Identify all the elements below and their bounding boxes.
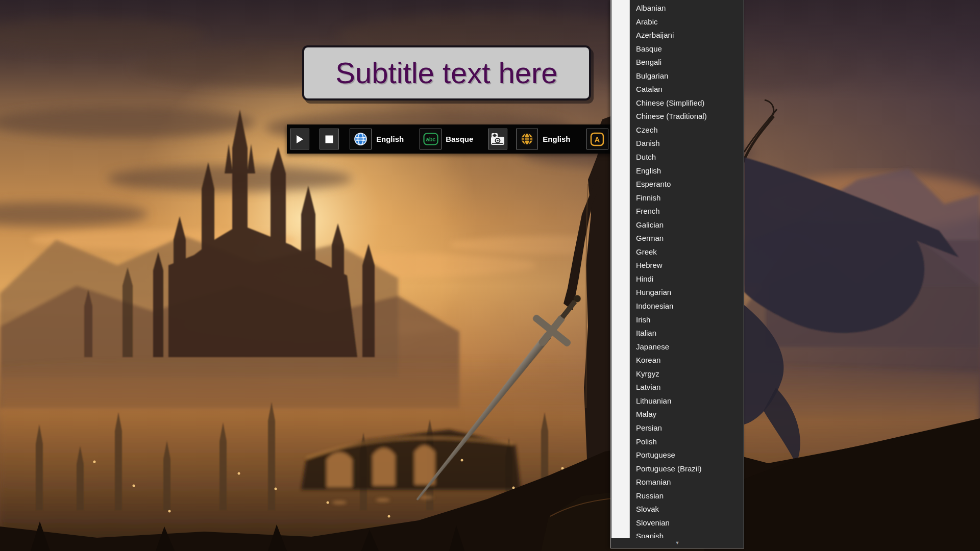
language-menu-item[interactable]: Catalan xyxy=(611,83,743,96)
play-button[interactable] xyxy=(290,129,309,149)
language-menu-item[interactable]: Chinese (Simplified) xyxy=(611,96,743,110)
language-menu-item[interactable]: Galician xyxy=(611,218,743,232)
language-menu-item[interactable]: Lithuanian xyxy=(611,394,743,408)
menu-scroll-down-button[interactable]: ▼ xyxy=(611,538,743,547)
language-menu-item[interactable]: Hungarian xyxy=(611,286,743,299)
language-menu-item[interactable]: Bengali xyxy=(611,56,743,69)
target-language-label: English xyxy=(543,135,570,143)
target-language-button[interactable] xyxy=(516,129,538,149)
language-menu-item[interactable]: English xyxy=(611,164,743,178)
translate-a-icon: A xyxy=(590,132,604,146)
language-menu-item[interactable]: Hebrew xyxy=(611,259,743,272)
language-menu: AlbanianArabicAzerbaijaniBasqueBengaliBu… xyxy=(610,0,744,548)
language-menu-item[interactable]: Persian xyxy=(611,421,743,435)
language-menu-list: AlbanianArabicAzerbaijaniBasqueBengaliBu… xyxy=(611,0,743,539)
language-menu-item[interactable]: Latvian xyxy=(611,381,743,394)
svg-text:abc: abc xyxy=(426,136,435,142)
language-menu-item[interactable]: Slovak xyxy=(611,503,743,516)
subtitle-overlay[interactable]: Subtitle text here xyxy=(302,45,591,101)
language-menu-item[interactable]: Chinese (Traditional) xyxy=(611,110,743,123)
toolbar: English abc Basque xyxy=(287,124,620,154)
language-menu-item[interactable]: Albanian xyxy=(611,2,743,15)
subtitle-language-button[interactable]: abc xyxy=(420,129,442,149)
translate-button[interactable]: A xyxy=(586,129,608,149)
language-menu-item[interactable]: Portuguese xyxy=(611,448,743,462)
language-menu-item[interactable]: Slovenian xyxy=(611,516,743,530)
scroll-down-icon: ▼ xyxy=(675,540,680,545)
language-menu-item[interactable]: Portuguese (Brazil) xyxy=(611,462,743,476)
language-menu-item[interactable]: Greek xyxy=(611,245,743,259)
language-menu-item[interactable]: Italian xyxy=(611,327,743,340)
language-menu-item[interactable]: Polish xyxy=(611,435,743,449)
language-menu-item[interactable]: Esperanto xyxy=(611,178,743,191)
subtitle-language-label: Basque xyxy=(446,135,473,143)
snapshot-button[interactable] xyxy=(488,129,507,149)
language-menu-item[interactable]: Finnish xyxy=(611,191,743,205)
language-menu-item[interactable]: Hindi xyxy=(611,272,743,286)
language-menu-item[interactable]: Kyrgyz xyxy=(611,367,743,381)
source-language-button[interactable] xyxy=(350,129,372,149)
language-menu-item[interactable]: Dutch xyxy=(611,151,743,164)
camera-icon xyxy=(490,132,505,146)
language-menu-item[interactable]: Korean xyxy=(611,354,743,367)
language-menu-item[interactable]: Danish xyxy=(611,137,743,151)
language-menu-item[interactable]: Japanese xyxy=(611,340,743,354)
play-icon xyxy=(296,135,304,144)
stop-icon xyxy=(325,135,333,143)
language-menu-item[interactable]: Romanian xyxy=(611,475,743,489)
globe-blue-icon xyxy=(354,132,368,146)
abc-badge-icon: abc xyxy=(423,132,439,146)
subtitle-text: Subtitle text here xyxy=(335,58,557,88)
stop-button[interactable] xyxy=(320,129,339,149)
language-menu-item[interactable]: German xyxy=(611,232,743,245)
source-language-label: English xyxy=(376,135,404,143)
language-menu-item[interactable]: Indonesian xyxy=(611,299,743,313)
language-menu-item[interactable]: Czech xyxy=(611,123,743,137)
language-menu-item[interactable]: Bulgarian xyxy=(611,69,743,83)
screen: Subtitle text here English xyxy=(0,0,980,551)
language-menu-item[interactable]: French xyxy=(611,205,743,218)
language-menu-item[interactable]: Russian xyxy=(611,489,743,503)
language-menu-item[interactable]: Arabic xyxy=(611,15,743,29)
language-menu-item[interactable]: Malay xyxy=(611,408,743,421)
language-menu-item[interactable]: Irish xyxy=(611,313,743,327)
globe-amber-icon xyxy=(520,132,534,146)
language-menu-item[interactable]: Spanish xyxy=(611,530,743,539)
svg-text:A: A xyxy=(595,135,600,144)
language-menu-item[interactable]: Basque xyxy=(611,42,743,56)
language-menu-item[interactable]: Azerbaijani xyxy=(611,29,743,42)
